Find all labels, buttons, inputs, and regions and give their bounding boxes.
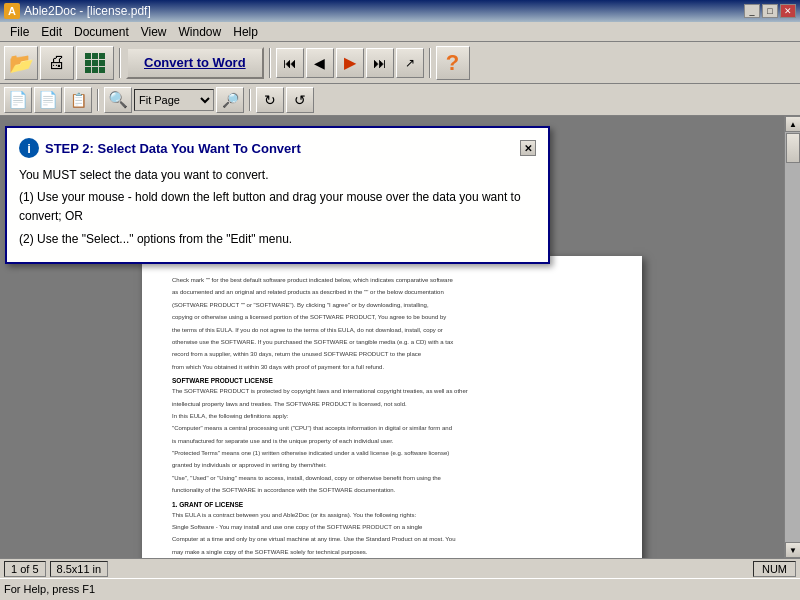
doc-para-20: Computer at a time and only by one virtu…: [172, 535, 612, 543]
help-bar: For Help, press F1: [0, 578, 800, 598]
print-button[interactable]: 🖨: [40, 46, 74, 80]
num-label: NUM: [762, 563, 787, 575]
doc-para-2: as documented and an original and relate…: [172, 288, 612, 296]
dialog-line3: (2) Use the "Select..." options from the…: [19, 230, 536, 249]
doc-para-10: intellectual property laws and treaties.…: [172, 400, 612, 408]
menu-edit[interactable]: Edit: [35, 23, 68, 41]
nav-prev-button[interactable]: ◀: [306, 48, 334, 78]
help-text: For Help, press F1: [4, 583, 95, 595]
nav-next-button[interactable]: ▶: [336, 48, 364, 78]
doc-red-icon-3: 📋: [70, 92, 87, 108]
nav-next-icon: ▶: [344, 53, 356, 72]
doc-para-13: is manufactured for separate use and is …: [172, 437, 612, 445]
doc-heading-1: SOFTWARE PRODUCT LICENSE: [172, 377, 612, 384]
zoom-in-button[interactable]: 🔍: [104, 87, 132, 113]
doc-icon-1-button[interactable]: 📄: [4, 87, 32, 113]
doc-para-15: granted by individuals or approved in wr…: [172, 461, 612, 469]
minimize-button[interactable]: _: [744, 4, 760, 18]
scroll-thumb[interactable]: [786, 133, 800, 163]
info-dialog: i STEP 2: Select Data You Want To Conver…: [5, 126, 550, 264]
nav-goto-icon: ↗: [405, 56, 415, 70]
status-bar: 1 of 5 8.5x11 in NUM: [0, 558, 800, 578]
toolbar-separator-1: [119, 48, 121, 78]
zoom-out-button[interactable]: 🔎: [216, 87, 244, 113]
menu-file[interactable]: File: [4, 23, 35, 41]
rotate-ccw-button[interactable]: ↺: [286, 87, 314, 113]
zoom-separator-2: [249, 89, 251, 111]
doc-para-1: Check mark "" for the best default softw…: [172, 276, 612, 284]
app-icon: A: [4, 3, 20, 19]
scroll-track[interactable]: [785, 132, 800, 542]
doc-para-4: copying or otherwise using a licensed po…: [172, 313, 612, 321]
convert-to-word-button[interactable]: Convert to Word: [126, 47, 264, 79]
doc-section-1: 1. GRANT OF LICENSE: [172, 501, 612, 508]
nav-first-button[interactable]: ⏮: [276, 48, 304, 78]
menu-bar: File Edit Document View Window Help: [0, 22, 800, 42]
doc-para-6: otherwise use the SOFTWARE. If you purch…: [172, 338, 612, 346]
doc-para-14: "Protected Terms" means one (1) written …: [172, 449, 612, 457]
dialog-header: i STEP 2: Select Data You Want To Conver…: [19, 138, 536, 158]
toolbar-separator-3: [429, 48, 431, 78]
info-icon: i: [19, 138, 39, 158]
page-info: 1 of 5: [11, 563, 39, 575]
menu-help[interactable]: Help: [227, 23, 264, 41]
document-page: Check mark "" for the best default softw…: [142, 256, 642, 558]
close-button[interactable]: ✕: [780, 4, 796, 18]
toolbar-separator-2: [269, 48, 271, 78]
toolbar-main: 📂 🖨 Convert to Word ⏮ ◀ ▶ ⏭ ↗ ?: [0, 42, 800, 84]
dialog-body: You MUST select the data you want to con…: [19, 166, 536, 249]
scroll-up-button[interactable]: ▲: [785, 116, 800, 132]
menu-window[interactable]: Window: [173, 23, 228, 41]
zoom-separator-1: [97, 89, 99, 111]
doc-para-17: functionality of the SOFTWARE in accorda…: [172, 486, 612, 494]
doc-para-5: the terms of this EULA. If you do not ag…: [172, 326, 612, 334]
main-area: i STEP 2: Select Data You Want To Conver…: [0, 116, 800, 558]
toolbar-zoom: 📄 📄 📋 🔍 Fit Page 50% 75% 100% 150% 200% …: [0, 84, 800, 116]
grid-button[interactable]: [76, 46, 114, 80]
document-area: i STEP 2: Select Data You Want To Conver…: [0, 116, 784, 558]
open-button[interactable]: 📂: [4, 46, 38, 80]
menu-document[interactable]: Document: [68, 23, 135, 41]
help-button[interactable]: ?: [436, 46, 470, 80]
zoom-out-icon: 🔎: [222, 92, 239, 108]
vertical-scrollbar[interactable]: ▲ ▼: [784, 116, 800, 558]
titlebar-controls[interactable]: _ □ ✕: [744, 4, 796, 18]
scroll-down-button[interactable]: ▼: [785, 542, 800, 558]
doc-para-21: may make a single copy of the SOFTWARE s…: [172, 548, 612, 556]
doc-icon-3-button[interactable]: 📋: [64, 87, 92, 113]
nav-goto-button[interactable]: ↗: [396, 48, 424, 78]
doc-para-8: from which You obtained it within 30 day…: [172, 363, 612, 371]
rotate-ccw-icon: ↺: [294, 92, 306, 108]
rotate-cw-icon: ↻: [264, 92, 276, 108]
page-info-panel: 1 of 5: [4, 561, 46, 577]
doc-para-7: record from a supplier, within 30 days, …: [172, 350, 612, 358]
folder-icon: 📂: [9, 51, 34, 75]
size-info-panel: 8.5x11 in: [50, 561, 109, 577]
dialog-line1: You MUST select the data you want to con…: [19, 166, 536, 185]
dialog-line2: (1) Use your mouse - hold down the left …: [19, 188, 536, 226]
title-bar: A Able2Doc - [license.pdf] _ □ ✕: [0, 0, 800, 22]
help-icon: ?: [446, 50, 459, 76]
doc-icon-2-button[interactable]: 📄: [34, 87, 62, 113]
app-title: Able2Doc - [license.pdf]: [24, 4, 151, 18]
nav-last-icon: ⏭: [373, 55, 387, 71]
maximize-button[interactable]: □: [762, 4, 778, 18]
doc-red-icon-1: 📄: [8, 90, 28, 109]
rotate-cw-button[interactable]: ↻: [256, 87, 284, 113]
doc-para-12: "Computer" means a central processing un…: [172, 424, 612, 432]
num-indicator: NUM: [753, 561, 796, 577]
dialog-close-button[interactable]: ✕: [520, 140, 536, 156]
doc-para-11: In this EULA, the following definitions …: [172, 412, 612, 420]
doc-para-16: "Use", "Used" or "Using" means to access…: [172, 474, 612, 482]
doc-para-19: Single Software - You may install and us…: [172, 523, 612, 531]
grid-icon: [85, 53, 105, 73]
doc-red-icon-2: 📄: [38, 90, 58, 109]
size-info: 8.5x11 in: [57, 563, 102, 575]
zoom-select[interactable]: Fit Page 50% 75% 100% 150% 200%: [134, 89, 214, 111]
doc-para-18: This EULA is a contract between you and …: [172, 511, 612, 519]
nav-last-button[interactable]: ⏭: [366, 48, 394, 78]
menu-view[interactable]: View: [135, 23, 173, 41]
titlebar-left: A Able2Doc - [license.pdf]: [4, 3, 151, 19]
doc-para-3: (SOFTWARE PRODUCT "" or "SOFTWARE"). By …: [172, 301, 612, 309]
nav-first-icon: ⏮: [283, 55, 297, 71]
